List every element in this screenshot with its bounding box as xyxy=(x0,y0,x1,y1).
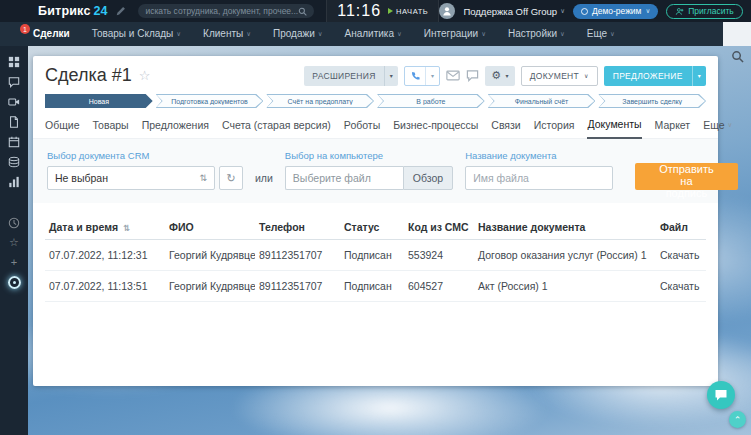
chevron-down-icon: ∨ xyxy=(584,72,589,79)
stage-docs-prep[interactable]: Подготовка документов xyxy=(156,94,264,108)
stage-in-progress[interactable]: В работе xyxy=(377,94,485,108)
global-search-input[interactable]: искать сотрудника, документ, прочее... xyxy=(138,4,314,18)
tab-market[interactable]: Маркет xyxy=(655,118,691,138)
menu-item-products[interactable]: Товары и Склады ∨ xyxy=(92,22,181,46)
chat-bubble-icon xyxy=(714,388,728,402)
cell-phone: 89112351707 xyxy=(255,271,340,302)
crm-document-group: Выбор документа CRM Не выбран ⇅ ↻ xyxy=(47,150,243,190)
collapse-fab[interactable]: ⌃ xyxy=(729,411,746,428)
stage-new[interactable]: Новая xyxy=(45,94,153,108)
menu-item-integrations[interactable]: Интеграции ∨ xyxy=(424,22,486,46)
menu-item-more[interactable]: Еще ∨ xyxy=(587,22,615,46)
reports-icon[interactable] xyxy=(8,175,21,188)
drive-icon[interactable] xyxy=(8,155,21,168)
tab-business-processes[interactable]: Бизнес-процессы xyxy=(393,118,478,138)
col-document-title: Название документа xyxy=(474,215,656,240)
stage-prepay-invoice[interactable]: Счёт на предоплату xyxy=(266,94,374,108)
tab-history[interactable]: История xyxy=(534,118,575,138)
table-row: 07.07.2022, 11:12:31 Георгий Кудрявцев 8… xyxy=(45,240,706,271)
chevron-down-icon: ∨ xyxy=(246,22,251,46)
send-to-sign-button[interactable]: Отправить на подпись xyxy=(635,163,738,190)
tab-documents[interactable]: Документы xyxy=(587,118,641,139)
download-link[interactable]: Скачать xyxy=(656,271,706,302)
document-button[interactable]: ДОКУМЕНТ ∨ xyxy=(521,66,598,86)
cell-sms-code: 604527 xyxy=(404,271,474,302)
file-upload-group: Выбор на компьютере Выберите файл Обзор xyxy=(285,150,453,190)
add-icon[interactable]: + xyxy=(8,256,21,269)
tab-invoices-old[interactable]: Счета (старая версия) xyxy=(222,118,331,138)
chevron-down-icon[interactable]: ▾ xyxy=(692,66,706,86)
menu-item-deals[interactable]: 1 Сделки xyxy=(20,22,70,46)
download-link[interactable]: Скачать xyxy=(656,240,706,271)
table-row: 07.07.2022, 11:13:51 Георгий Кудрявцев 8… xyxy=(45,271,706,302)
chevron-down-icon: ∨ xyxy=(481,22,486,46)
chevron-down-icon[interactable]: ▾ xyxy=(384,66,398,86)
support-chat-fab[interactable] xyxy=(707,381,735,409)
chevron-down-icon: ∨ xyxy=(176,22,181,46)
menu-grid-icon[interactable] xyxy=(8,55,21,68)
cell-document-title: Акт (Россия) 1 xyxy=(474,271,656,302)
support-menu[interactable]: Поддержка Off Group ∨ xyxy=(463,6,565,17)
menu-item-sales[interactable]: Продажи ∨ xyxy=(273,22,323,46)
main-menu-bar: 1 Сделки Товары и Склады ∨ Клиенты ∨ Про… xyxy=(0,22,723,46)
phone-icon xyxy=(410,71,420,81)
chevron-down-icon: ∨ xyxy=(318,22,323,46)
clock-time: 11:16 xyxy=(337,2,381,20)
stage-final-invoice[interactable]: Финальный счёт xyxy=(488,94,596,108)
extensions-button[interactable]: РАСШИРЕНИЯ ▾ xyxy=(304,66,398,86)
time-icon[interactable] xyxy=(8,216,21,229)
active-page-indicator[interactable] xyxy=(8,276,21,289)
stage-close-deal[interactable]: Завершить сделку xyxy=(598,94,706,108)
tab-general[interactable]: Общие xyxy=(45,118,80,138)
demo-icon xyxy=(581,8,588,15)
select-arrows-icon: ⇅ xyxy=(199,173,207,183)
tab-robots[interactable]: Роботы xyxy=(344,118,380,138)
col-sms-code: Код из СМС xyxy=(404,215,474,240)
chevron-down-icon[interactable]: ▾ xyxy=(425,67,439,85)
start-workday-button[interactable]: НАЧАТЬ xyxy=(388,7,428,16)
file-input[interactable]: Выберите файл xyxy=(285,166,403,190)
edit-pencil-icon[interactable] xyxy=(116,6,126,16)
page-search-icon[interactable] xyxy=(731,49,744,67)
menu-item-analytics[interactable]: Аналитика ∨ xyxy=(344,22,401,46)
menu-item-settings[interactable]: Настройки ∨ xyxy=(508,22,565,46)
document-name-label: Название документа xyxy=(465,150,613,161)
menu-item-clients[interactable]: Клиенты ∨ xyxy=(203,22,251,46)
document-name-input[interactable] xyxy=(465,166,613,190)
refresh-button[interactable]: ↻ xyxy=(219,166,243,190)
video-call-icon[interactable] xyxy=(8,95,21,108)
calendar-icon[interactable] xyxy=(8,135,21,148)
bitrix24-logo[interactable]: Битрикс 24 xyxy=(38,4,107,18)
chat-bubble-icon[interactable] xyxy=(466,69,479,82)
settings-button[interactable]: ⚙ ▾ xyxy=(485,66,514,86)
demo-mode-button[interactable]: Демо-режим ∨ xyxy=(573,4,658,19)
offer-button[interactable]: ПРЕДЛОЖЕНИЕ ▾ xyxy=(604,66,706,86)
tab-offers[interactable]: Предложения xyxy=(142,118,209,138)
chevron-down-icon: ∨ xyxy=(645,7,650,15)
tab-links[interactable]: Связи xyxy=(491,118,520,138)
favorites-star-icon[interactable]: ☆ xyxy=(8,236,21,249)
sort-icon[interactable]: ⇅ xyxy=(123,223,130,233)
tab-products[interactable]: Товары xyxy=(93,118,129,138)
app-sidebar: ☆ + xyxy=(0,46,28,435)
gear-icon: ⚙ xyxy=(491,70,501,81)
favorite-star-icon[interactable]: ☆ xyxy=(139,68,151,83)
crm-document-select[interactable]: Не выбран ⇅ xyxy=(47,166,215,190)
menubar-right-gap xyxy=(723,22,751,46)
call-button[interactable]: ▾ xyxy=(404,66,440,86)
or-label: или xyxy=(255,172,273,190)
play-icon xyxy=(388,8,393,14)
person-plus-icon xyxy=(675,7,684,16)
browse-button[interactable]: Обзор xyxy=(403,166,453,190)
deal-toolbar: РАСШИРЕНИЯ ▾ ▾ ⚙ ▾ xyxy=(304,66,706,86)
document-name-group: Название документа xyxy=(465,150,613,190)
documents-icon[interactable] xyxy=(8,115,21,128)
crm-document-label: Выбор документа CRM xyxy=(47,150,243,161)
user-avatar[interactable] xyxy=(439,3,455,19)
chat-icon[interactable] xyxy=(8,75,21,88)
invite-button[interactable]: Пригласить xyxy=(666,4,743,19)
logo-suffix: 24 xyxy=(94,4,108,18)
tab-more[interactable]: Еще ∨ xyxy=(703,118,732,138)
search-placeholder: искать сотрудника, документ, прочее... xyxy=(145,6,298,16)
mail-icon[interactable] xyxy=(446,70,460,81)
